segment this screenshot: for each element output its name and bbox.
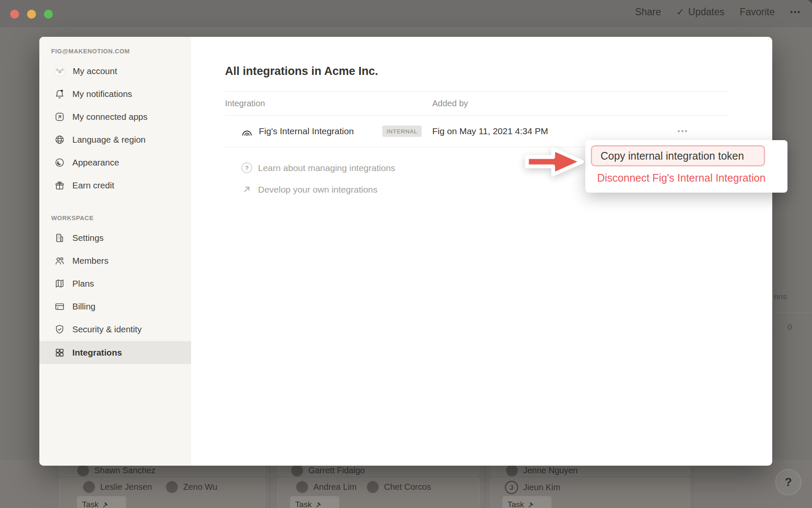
close-window-button[interactable] [10,10,19,19]
sidebar-item-earn-credit[interactable]: Earn credit [39,174,191,197]
fig-logo-icon [240,124,254,138]
task-tag[interactable]: Task [502,496,551,508]
settings-dialog: FIG@MAKENOTION.COM My account My noti [39,37,772,466]
sidebar-item-my-connected-apps[interactable]: My connected apps [39,105,191,128]
person-chip: Andrea Lim [296,481,357,493]
person-chip: Garrett Fidalgo [291,464,365,477]
avatar-initial: J [505,481,518,494]
pointer-arrow-icon [523,144,587,179]
board-column-divider [693,460,693,508]
arrow-up-right-icon [241,184,252,195]
zoom-window-button[interactable] [44,10,53,19]
koala-avatar-icon [54,66,66,77]
sidebar-item-appearance[interactable]: Appearance [39,151,191,174]
settings-sidebar: FIG@MAKENOTION.COM My account My noti [39,37,191,466]
sidebar-item-plans[interactable]: Plans [39,272,191,295]
avatar [291,464,303,477]
gift-icon [54,180,65,191]
help-circle-icon: ? [241,163,252,173]
check-icon: ✓ [676,6,684,18]
building-icon [54,232,65,243]
hammer-icon [527,501,534,508]
ellipsis-icon: ••• [790,8,801,17]
sidebar-item-members[interactable]: Members [39,249,191,272]
link-develop-integrations[interactable]: Develop your own integrations [241,184,378,195]
sidebar-item-my-notifications[interactable]: My notifications [39,83,191,105]
person-chip: Chet Corcos [367,481,431,493]
account-email-label: FIG@MAKENOTION.COM [51,48,130,55]
sidebar-item-my-account[interactable]: My account [39,60,191,83]
person-chip: Leslie Jensen [83,481,152,493]
board-column-divider [269,460,270,508]
avatar [367,481,379,493]
clipped-text-fragment: 0 [787,323,792,332]
page-title: All integrations in Acme Inc. [225,65,378,78]
task-tag[interactable]: Task [290,496,339,508]
row-more-button[interactable]: ••• [678,127,688,135]
favorite-button[interactable]: Favorite [740,6,775,18]
map-icon [54,278,65,289]
integrations-panel: All integrations in Acme Inc. Integratio… [191,37,772,466]
avatar [77,464,89,477]
updates-button[interactable]: ✓ Updates [676,6,724,18]
hammer-icon [102,501,109,508]
minimize-window-button[interactable] [27,10,36,19]
board-column-divider [485,460,485,508]
integration-context-menu: Copy internal integration token Disconne… [585,140,787,193]
board-row-divider [772,312,812,312]
person-chip: JJieun Kim [505,481,560,494]
column-header-integration: Integration [225,99,265,108]
arrow-up-right-square-icon [54,111,65,122]
avatar [506,464,518,477]
topbar-actions: Share ✓ Updates Favorite ••• [635,6,801,18]
shield-check-icon [54,324,65,335]
sidebar-item-settings[interactable]: Settings [39,226,191,249]
workspace-section-label: WORKSPACE [51,215,93,221]
person-chip: Jenne Nguyen [506,464,578,477]
added-by-value: Fig on May 11, 2021 4:34 PM [432,126,548,136]
moon-circle-icon [54,157,65,168]
grid-icon [54,347,65,358]
table-header: Integration Added by [225,91,729,115]
integration-name: Fig's Internal Integration [259,126,354,136]
ellipsis-icon: ••• [678,127,688,135]
avatar [166,481,178,493]
clipped-text-fragment: nns [774,292,787,301]
help-button[interactable]: ? [775,469,801,495]
sidebar-item-billing[interactable]: Billing [39,295,191,318]
internal-badge: INTERNAL [382,125,422,137]
globe-icon [54,134,65,145]
credit-card-icon [54,301,65,312]
sidebar-item-language-region[interactable]: Language & region [39,128,191,151]
sidebar-item-integrations[interactable]: Integrations [39,341,191,364]
share-button[interactable]: Share [635,6,661,18]
column-header-added-by: Added by [432,99,468,108]
bell-icon [54,88,65,99]
sidebar-item-security-identity[interactable]: Security & identity [39,318,191,341]
person-chip: Zeno Wu [166,481,217,493]
members-icon [54,255,65,266]
task-tag[interactable]: Task [77,496,126,508]
menu-item-disconnect-integration[interactable]: Disconnect Fig's Internal Integration [597,167,765,188]
screen: Share ✓ Updates Favorite ••• Shawn Sanch… [0,0,812,508]
link-learn-managing-integrations[interactable]: ? Learn about managing integrations [241,163,395,173]
window-more-button[interactable]: ••• [790,8,801,17]
hammer-icon [315,501,322,508]
traffic-lights [10,10,53,19]
avatar [83,481,95,493]
menu-item-copy-token[interactable]: Copy internal integration token [591,145,765,166]
person-chip: Shawn Sanchez [77,464,156,477]
question-mark-icon: ? [785,475,792,489]
avatar [296,481,308,493]
